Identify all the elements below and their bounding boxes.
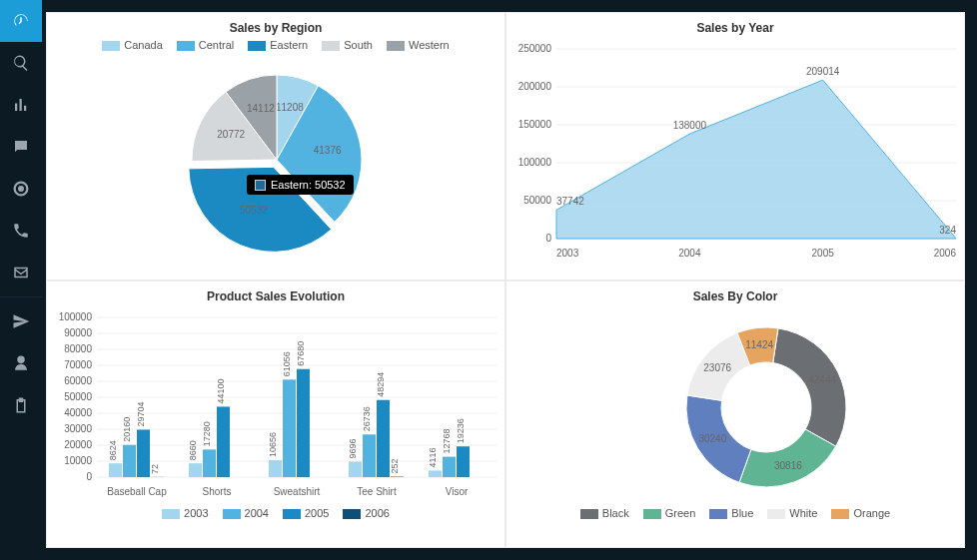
svg-text:19236: 19236 [456,418,466,443]
envelope-icon [12,264,30,281]
legend-item[interactable]: 2004 [223,507,269,519]
svg-text:61056: 61056 [282,351,292,376]
legend-item[interactable]: 2003 [162,507,208,519]
sidebar-analytics[interactable] [0,84,42,126]
svg-text:Sweatshirt: Sweatshirt [274,486,321,497]
svg-text:44100: 44100 [216,378,226,403]
svg-text:40000: 40000 [64,407,92,418]
svg-text:Baseball Cap: Baseball Cap [107,486,167,497]
svg-text:10000: 10000 [64,455,92,466]
svg-text:20160: 20160 [122,416,132,441]
user-icon [12,354,30,372]
sidebar-user[interactable] [0,342,42,384]
svg-text:70000: 70000 [64,359,92,370]
paper-plane-icon [12,312,30,330]
sidebar-search[interactable] [0,42,42,84]
svg-text:324: 324 [939,225,956,236]
comment-icon [12,138,30,156]
area-chart-year[interactable]: 0500001000001500002000002500003774220031… [506,39,964,269]
svg-rect-47 [109,463,122,477]
donut-chart-color[interactable]: 4244430816302402307611424 [506,307,964,507]
bar-chart-product[interactable]: 0100002000030000400005000060000700008000… [47,307,504,507]
legend-item[interactable]: Canada [102,39,163,51]
svg-text:50000: 50000 [64,391,92,402]
legend-item[interactable]: Black [580,507,629,519]
svg-text:26736: 26736 [362,406,372,431]
svg-rect-66 [283,379,296,477]
svg-text:14112: 14112 [247,103,275,114]
svg-rect-68 [297,368,310,476]
legend-item[interactable]: South [322,39,373,51]
svg-rect-56 [189,463,202,477]
svg-text:150000: 150000 [518,119,552,130]
svg-rect-76 [377,399,390,476]
svg-rect-74 [363,434,376,477]
panel-product-sales: Product Sales Evolution 0100002000030000… [46,280,505,549]
sidebar-mail[interactable] [0,252,42,293]
sidebar-messages[interactable] [0,126,42,168]
svg-text:20772: 20772 [217,129,245,140]
svg-text:12768: 12768 [442,428,452,453]
svg-text:209014: 209014 [806,66,840,77]
svg-text:29704: 29704 [136,401,146,426]
panel-sales-by-color: Sales By Color 4244430816302402307611424… [505,280,965,549]
app-root: Sales by Region Canada Central Eastern S… [0,0,977,560]
svg-text:41376: 41376 [314,145,342,156]
svg-text:200000: 200000 [518,81,552,92]
legend-item[interactable]: Eastern [248,39,308,51]
search-icon [12,54,30,72]
sidebar-targets[interactable] [0,168,42,210]
sidebar-tasks[interactable] [0,384,42,426]
legend-item[interactable]: 2006 [343,507,389,519]
svg-text:0: 0 [86,471,92,482]
svg-text:100000: 100000 [59,311,93,322]
legend-item[interactable]: Western [387,39,450,51]
svg-text:72: 72 [150,463,160,473]
panel-sales-by-year: Sales by Year 05000010000015000020000025… [505,12,965,280]
svg-text:100000: 100000 [518,157,552,168]
legend-item[interactable]: Central [177,39,234,51]
svg-rect-72 [349,461,362,477]
svg-text:30816: 30816 [774,459,802,470]
svg-text:50000: 50000 [523,195,551,206]
legend-color: Black Green Blue White Orange [506,507,964,523]
sidebar [0,0,42,560]
panel-sales-by-region: Sales by Region Canada Central Eastern S… [46,12,505,280]
legend-item[interactable]: White [767,507,817,519]
svg-text:Shorts: Shorts [203,486,232,497]
sidebar-send[interactable] [0,300,42,342]
svg-text:42444: 42444 [808,373,836,384]
target-icon [12,180,30,198]
svg-text:Tee Shirt: Tee Shirt [357,486,397,497]
svg-rect-51 [137,429,150,477]
svg-text:67680: 67680 [296,340,306,365]
svg-text:11208: 11208 [276,102,304,113]
legend-item[interactable]: 2005 [283,507,329,519]
svg-text:138000: 138000 [673,120,707,131]
legend-item[interactable]: Blue [709,507,753,519]
svg-text:2005: 2005 [812,248,835,259]
legend-item[interactable]: Orange [831,507,890,519]
svg-text:80000: 80000 [64,343,92,354]
svg-text:23076: 23076 [703,361,731,372]
legend-item[interactable]: Green [643,507,696,519]
panel-title: Product Sales Evolution [47,281,504,307]
dashboard-icon [12,12,30,30]
legend-product: 2003 2004 2005 2006 [47,507,504,523]
svg-text:37742: 37742 [556,196,584,207]
pie-chart-region[interactable]: 1120841376505322077214112 Eastern: 50532 [47,55,504,255]
sidebar-calls[interactable] [0,210,42,252]
svg-text:0: 0 [545,233,551,244]
panel-title: Sales By Color [506,281,964,307]
svg-text:48294: 48294 [376,371,386,396]
svg-text:250000: 250000 [518,43,552,54]
svg-rect-60 [217,406,230,477]
svg-text:Visor: Visor [446,486,469,497]
sidebar-dashboard[interactable] [0,0,42,42]
panel-title: Sales by Region [47,13,504,39]
svg-rect-83 [443,456,456,476]
clipboard-icon [12,396,30,414]
svg-rect-58 [203,449,216,477]
svg-text:90000: 90000 [64,327,92,338]
svg-text:8660: 8660 [188,440,198,460]
